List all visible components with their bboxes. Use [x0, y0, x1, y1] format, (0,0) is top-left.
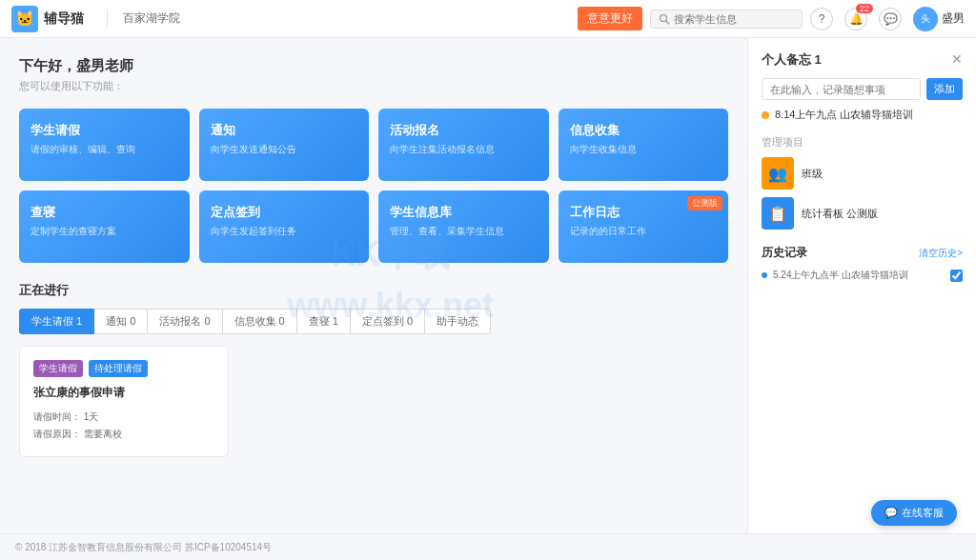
- tag-leave: 学生请假: [33, 360, 83, 377]
- avatar: 头: [913, 7, 938, 31]
- manage-stats-label: 统计看板 公测版: [802, 207, 878, 221]
- card-worklog-desc: 记录的的日常工作: [570, 225, 718, 238]
- card-activity[interactable]: 活动报名 向学生注集活动报名信息: [378, 109, 549, 181]
- clear-history-link[interactable]: 清空历史>: [919, 247, 963, 260]
- task-reason-label: 请假原因：: [33, 429, 81, 439]
- close-button[interactable]: ✕: [951, 51, 963, 67]
- manage-class-icon: 👥: [762, 157, 794, 190]
- card-studentdb-desc: 管理、查看、采集学生信息: [390, 225, 538, 238]
- logo-icon: 🐱: [11, 6, 38, 32]
- tab-checkin[interactable]: 定点签到 0: [350, 309, 425, 334]
- card-worklog[interactable]: 公测版 工作日志 记录的的日常工作: [559, 190, 729, 263]
- card-notice-title: 通知: [211, 122, 358, 139]
- card-leave-title: 学生请假: [30, 122, 178, 139]
- online-support-icon: 💬: [884, 507, 898, 519]
- notification-badge: 22: [856, 4, 873, 13]
- svg-point-0: [661, 14, 667, 21]
- note-dot: [762, 111, 769, 119]
- history-checkbox[interactable]: [950, 270, 963, 282]
- cards-grid: 学生请假 请假的审核、编辑、查询 通知 向学生发送通知公告 活动报名 向学生注集…: [19, 109, 728, 263]
- task-duration-label: 请假时间：: [33, 411, 81, 422]
- card-studentdb-title: 学生信息库: [390, 204, 538, 221]
- note-input[interactable]: [762, 78, 921, 100]
- help-icon[interactable]: ?: [810, 8, 833, 30]
- search-box: [650, 10, 803, 29]
- notification-icon[interactable]: 🔔 22: [844, 8, 867, 30]
- note-section: 添加 8.14上午九点 山农辅导猫培训: [762, 78, 963, 122]
- note-input-row: 添加: [762, 78, 963, 100]
- tab-activity[interactable]: 活动报名 0: [147, 309, 222, 334]
- card-checkin-desc: 向学生发起签到任务: [211, 225, 358, 238]
- task-header: 学生请假 待处理请假: [33, 360, 214, 377]
- avatar-area[interactable]: 头 盛男: [913, 7, 965, 31]
- card-activity-title: 活动报名: [390, 122, 538, 139]
- card-leave-desc: 请假的审核、编辑、查询: [30, 143, 178, 156]
- history-title: 历史记录: [762, 245, 807, 261]
- search-icon: [659, 13, 670, 25]
- manage-class[interactable]: 👥 班级: [762, 157, 963, 190]
- logo-text: 辅导猫: [44, 10, 84, 28]
- right-panel: 个人备忘 1 ✕ 添加 8.14上午九点 山农辅导猫培训 管理项目 👥 班级 📋…: [747, 38, 976, 560]
- tag-pending: 待处理请假: [89, 360, 148, 377]
- note-text: 8.14上午九点 山农辅导猫培训: [775, 108, 913, 122]
- school-name: 百家湖学院: [123, 10, 180, 27]
- history-text: 5.24上午九点半 山农辅导猫培训: [773, 269, 908, 282]
- task-reason: 请假原因： 需要离校: [33, 426, 214, 443]
- panel-title: 个人备忘 1: [762, 51, 963, 69]
- card-info-title: 信息收集: [570, 122, 718, 139]
- card-leave[interactable]: 学生请假 请假的审核、编辑、查询: [19, 109, 190, 181]
- tabs-bar: 学生请假 1 通知 0 活动报名 0 信息收集 0 查寝 1 定点签到 0 助手…: [19, 309, 728, 334]
- greeting-title: 下午好，盛男老师: [19, 57, 728, 75]
- manage-stats-icon: 📋: [762, 197, 794, 230]
- footer-text: © 2018 江苏金智教育信息股份有限公司 苏ICP备10204514号: [15, 541, 272, 554]
- task-reason-value: 需要离校: [84, 429, 122, 439]
- content-area: 下午好，盛男老师 您可以使用以下功能： 学生请假 请假的审核、编辑、查询 通知 …: [0, 38, 747, 560]
- manage-label: 管理项目: [762, 135, 963, 150]
- card-dormitory-desc: 定制学生的查寝方案: [30, 225, 178, 238]
- svg-line-1: [666, 21, 669, 24]
- card-dormitory[interactable]: 查寝 定制学生的查寝方案: [19, 190, 190, 263]
- history-dot: [762, 272, 767, 278]
- feedback-button[interactable]: 意意更好: [578, 7, 642, 30]
- topbar-icons: ? 🔔 22 💬 头 盛男: [810, 7, 965, 31]
- manage-items: 👥 班级 📋 统计看板 公测版: [762, 157, 963, 230]
- task-card[interactable]: 学生请假 待处理请假 张立康的事假申请 请假时间： 1天 请假原因： 需要离校: [19, 346, 229, 457]
- card-notice[interactable]: 通知 向学生发送通知公告: [199, 109, 370, 181]
- main-layout: 下午好，盛男老师 您可以使用以下功能： 学生请假 请假的审核、编辑、查询 通知 …: [0, 38, 976, 560]
- tab-assistant[interactable]: 助手动态: [424, 309, 491, 334]
- message-icon[interactable]: 💬: [879, 8, 902, 30]
- manage-stats[interactable]: 📋 统计看板 公测版: [762, 197, 963, 230]
- card-notice-desc: 向学生发送通知公告: [211, 143, 358, 156]
- search-input[interactable]: [674, 13, 788, 25]
- tab-leave[interactable]: 学生请假 1: [19, 309, 94, 334]
- card-info-desc: 向学生收集信息: [570, 143, 718, 156]
- username: 盛男: [942, 10, 965, 27]
- card-checkin-title: 定点签到: [211, 204, 358, 221]
- card-studentdb[interactable]: 学生信息库 管理、查看、采集学生信息: [378, 190, 549, 263]
- greeting-sub: 您可以使用以下功能：: [19, 79, 728, 93]
- task-title: 张立康的事假申请: [33, 385, 214, 401]
- note-add-button[interactable]: 添加: [926, 78, 963, 100]
- footer: © 2018 江苏金智教育信息股份有限公司 苏ICP备10204514号: [0, 533, 976, 560]
- logo-area: 🐱 辅导猫: [11, 6, 84, 32]
- history-header: 历史记录 清空历史>: [762, 245, 963, 261]
- manage-class-label: 班级: [802, 167, 823, 181]
- online-support-button[interactable]: 💬 在线客服: [871, 500, 957, 526]
- card-checkin[interactable]: 定点签到 向学生发起签到任务: [199, 190, 370, 263]
- tab-infocollect[interactable]: 信息收集 0: [222, 309, 297, 334]
- online-support-label: 在线客服: [902, 506, 944, 520]
- topbar: 🐱 辅导猫 百家湖学院 意意更好 ? 🔔 22 💬 头 盛男: [0, 0, 976, 38]
- history-item: 5.24上午九点半 山农辅导猫培训: [762, 269, 963, 282]
- card-info[interactable]: 信息收集 向学生收集信息: [559, 109, 729, 181]
- tab-notice[interactable]: 通知 0: [93, 309, 148, 334]
- task-duration-value: 1天: [84, 411, 99, 422]
- task-duration: 请假时间： 1天: [33, 409, 214, 426]
- tab-dormitory[interactable]: 查寝 1: [296, 309, 351, 334]
- topbar-divider: [107, 10, 108, 29]
- card-worklog-badge: 公测版: [687, 196, 722, 210]
- card-dormitory-title: 查寝: [30, 204, 178, 221]
- card-activity-desc: 向学生注集活动报名信息: [390, 143, 538, 156]
- in-progress-title: 正在进行: [19, 282, 728, 299]
- note-item: 8.14上午九点 山农辅导猫培训: [762, 108, 963, 122]
